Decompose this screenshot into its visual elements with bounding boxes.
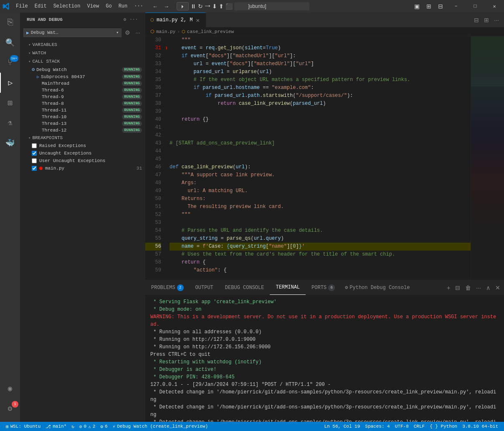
raised-exceptions-checkbox[interactable] <box>32 143 37 148</box>
watch-section-header[interactable]: ▾ WATCH <box>20 49 145 57</box>
activity-docker[interactable]: 🐳 <box>0 133 20 153</box>
panel-tab-problems[interactable]: PROBLEMS 2 <box>145 280 190 295</box>
activity-account[interactable]: ◉ <box>0 378 20 398</box>
breakpoints-section-header[interactable]: ▾ BREAKPOINTS <box>20 134 145 142</box>
statusbar-ports[interactable]: ⚙ 6 <box>98 422 110 431</box>
panel-tab-ports[interactable]: PORTS 6 <box>306 280 341 295</box>
tabs-more-button[interactable]: ··· <box>492 15 501 25</box>
maximize-button[interactable]: □ <box>466 0 485 13</box>
layout2-icon[interactable]: ⊞ <box>423 0 435 13</box>
panel-tab-output[interactable]: OUTPUT <box>190 280 219 295</box>
panel-tab-debug-console[interactable]: DEBUG CONSOLE <box>219 280 270 295</box>
menu-selection[interactable]: Selection <box>50 0 84 13</box>
breakpoint-raised-exceptions[interactable]: Raised Exceptions <box>20 142 145 150</box>
statusbar-wsl[interactable]: ⊞ WSL: Ubuntu <box>3 422 43 431</box>
callstack-item-subprocess[interactable]: ▷ Subprocess 80437 RUNNING <box>20 74 145 80</box>
kill-terminal-button[interactable]: 🗑 <box>463 283 473 292</box>
panel-content[interactable]: * Serving Flask app 'create_link_preview… <box>145 295 504 422</box>
callstack-item-thread10[interactable]: Thread-10 RUNNING <box>20 114 145 120</box>
breadcrumb-func-icon: ⬡ <box>182 29 185 34</box>
debug-gear-button[interactable]: ⚙ <box>123 28 132 37</box>
debug-stop-button[interactable]: ⬛ <box>225 3 233 10</box>
statusbar-sync[interactable]: ↻ <box>69 422 77 431</box>
debug-restart-button[interactable]: ↻ <box>198 3 203 10</box>
panel-tabs: PROBLEMS 2 OUTPUT DEBUG CONSOLE TERMINAL… <box>145 280 504 295</box>
split-terminal-button[interactable]: ⊟ <box>453 283 462 292</box>
debug-toolbar: ▶ Debug Wat… ▾ ⚙ ··· <box>20 26 145 41</box>
panel-tab-terminal[interactable]: TERMINAL <box>270 280 306 295</box>
code-line-42 <box>170 132 471 139</box>
debug-config-select[interactable]: ▶ Debug Wat… ▾ <box>23 28 122 37</box>
terminal-line-12: * Detected change in '/home/pierrick/git… <box>150 388 499 403</box>
nav-forward-button[interactable]: → <box>161 2 172 11</box>
breakpoint-uncaught-exceptions[interactable]: Uncaught Exceptions <box>20 150 145 157</box>
activity-debug[interactable]: ▷ <box>0 73 20 93</box>
breakpoint-mainpy[interactable]: main.py 31 <box>20 165 145 172</box>
statusbar-branch[interactable]: ⎇ main* <box>43 422 69 431</box>
code-line-33: url = event["docs"]["matchedUrl"]["url"] <box>170 60 471 68</box>
activity-test[interactable]: ⚗ <box>0 113 20 133</box>
statusbar-spaces[interactable]: Spaces: 4 <box>362 424 392 429</box>
settings-icon[interactable]: ⚙ <box>123 16 127 23</box>
panel-close-button[interactable]: ✕ <box>493 283 502 292</box>
new-terminal-button[interactable]: + <box>445 283 452 292</box>
statusbar-language[interactable]: { } Python <box>427 424 460 429</box>
terminal-line-14: * Detected change in '/home/pierrick/git… <box>150 418 499 422</box>
callstack-item-thread9[interactable]: Thread-9 RUNNING <box>20 94 145 100</box>
minimap <box>471 36 504 280</box>
variables-section-header[interactable]: ▾ VARIABLES <box>20 41 145 49</box>
menu-view[interactable]: View <box>84 0 102 13</box>
user-uncaught-exceptions-checkbox[interactable] <box>32 158 37 163</box>
breakpoint-user-uncaught-exceptions[interactable]: User Uncaught Exceptions <box>20 157 145 165</box>
statusbar-position[interactable]: Ln 56, Col 19 <box>322 424 362 429</box>
tab-mainpy[interactable]: ⬡ main.py 2, M ✕ <box>145 13 206 27</box>
terminal-more-button[interactable]: ··· <box>474 283 483 292</box>
search-input[interactable] <box>234 2 309 10</box>
split-editor-button[interactable]: ⊟ <box>472 15 481 25</box>
uncaught-exceptions-checkbox[interactable] <box>32 151 37 156</box>
activity-explorer[interactable]: ⎘ <box>0 13 20 33</box>
callstack-item-thread11[interactable]: Thread-11 RUNNING <box>20 107 145 114</box>
minimize-button[interactable]: – <box>446 0 466 13</box>
close-button[interactable]: ✕ <box>485 0 504 13</box>
debug-play-button[interactable]: ⏵ <box>177 2 189 10</box>
menu-edit[interactable]: Edit <box>31 0 50 13</box>
debug-more-button[interactable]: ··· <box>134 28 142 37</box>
debug-step-over-button[interactable]: ⭢ <box>205 3 210 10</box>
activity-extensions[interactable]: ⊞ <box>0 93 20 113</box>
callstack-item-thread8[interactable]: Thread-8 RUNNING <box>20 100 145 107</box>
statusbar-errors[interactable]: ⊘ 0 ⚠ 2 <box>77 422 98 431</box>
activity-settings[interactable]: ⚙ 1 <box>0 398 20 418</box>
nav-back-button[interactable]: ← <box>150 2 160 11</box>
callstack-section-header[interactable]: ▾ CALL STACK <box>20 57 145 66</box>
statusbar-python-version[interactable]: 3.8.10 64-bit <box>460 424 501 429</box>
menu-file[interactable]: File <box>13 0 31 13</box>
code-content[interactable]: """ event = req.get_json(silent=True) if… <box>166 36 471 280</box>
menu-run[interactable]: Run <box>115 0 131 13</box>
statusbar-eol[interactable]: CRLF <box>411 424 427 429</box>
more-tabs-button[interactable]: ⊞ <box>482 15 491 25</box>
tab-close-button[interactable]: ✕ <box>195 17 200 24</box>
debug-step-out-button[interactable]: ⬆ <box>219 3 224 10</box>
activity-search[interactable]: 🔍 <box>0 33 20 53</box>
debug-step-into-button[interactable]: ⬇ <box>212 3 217 10</box>
debug-pause-button[interactable]: ⏸ <box>190 3 196 10</box>
callstack-item-thread12[interactable]: Thread-12 RUNNING <box>20 127 145 134</box>
menu-more[interactable]: ··· <box>131 0 147 13</box>
main-layout: ⎘ 🔍 ⑂ 1k+ ▷ ⊞ ⚗ 🐳 ◉ ⚙ 1 <box>0 13 504 422</box>
statusbar-debug-watch[interactable]: ⚡ Debug Watch (create_link_preview) <box>110 422 210 431</box>
activity-source-control[interactable]: ⑂ 1k+ <box>0 53 20 73</box>
code-editor: 30 31 32 33 34 35 36 37 38 39 40 41 42 4… <box>145 36 504 280</box>
panel-collapse-button[interactable]: ∧ <box>484 283 492 292</box>
layout3-icon[interactable]: ⊟ <box>435 0 446 13</box>
more-icon[interactable]: ··· <box>129 16 139 23</box>
callstack-item-thread6[interactable]: Thread-6 RUNNING <box>20 87 145 94</box>
layout-icon[interactable]: ▣ <box>411 0 423 13</box>
statusbar-encoding[interactable]: UTF-8 <box>393 424 411 429</box>
callstack-item-thread13[interactable]: Thread-13 RUNNING <box>20 120 145 127</box>
code-line-46: def case_link_preview(url): <box>170 163 471 171</box>
callstack-item-debug-watch[interactable]: ⚙ Debug Watch RUNNING <box>20 66 145 74</box>
menu-go[interactable]: Go <box>102 0 115 13</box>
callstack-item-mainthread[interactable]: MainThread RUNNING <box>20 80 145 87</box>
mainpy-breakpoint-checkbox[interactable] <box>32 166 37 171</box>
